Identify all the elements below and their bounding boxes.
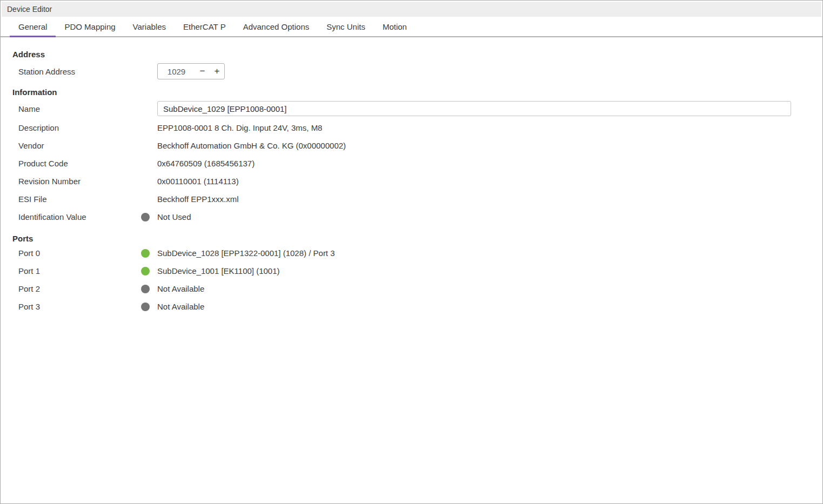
- station-address-row: Station Address − +: [12, 63, 822, 79]
- port-1-label: Port 1: [18, 266, 141, 275]
- device-editor-window: Device Editor General PDO Mapping Variab…: [0, 0, 823, 504]
- port-0-status-dot-icon: [141, 249, 150, 258]
- port-2-row: Port 2 Not Available: [12, 280, 822, 298]
- port-3-row: Port 3 Not Available: [12, 298, 822, 315]
- tab-sync-units[interactable]: Sync Units: [318, 17, 374, 36]
- name-row: Name: [12, 101, 822, 116]
- description-label: Description: [18, 123, 141, 132]
- station-address-input[interactable]: [158, 67, 195, 76]
- port-3-value: Not Available: [157, 302, 204, 311]
- esi-file-value: Beckhoff EPP1xxx.xml: [157, 194, 239, 204]
- window-titlebar: Device Editor: [2, 2, 821, 17]
- window-title: Device Editor: [7, 5, 52, 14]
- name-label: Name: [18, 104, 141, 113]
- description-row: Description EPP1008-0001 8 Ch. Dig. Inpu…: [12, 119, 822, 137]
- description-value: EPP1008-0001 8 Ch. Dig. Input 24V, 3ms, …: [157, 123, 322, 132]
- port-1-status-dot-icon: [141, 267, 150, 275]
- vendor-row: Vendor Beckhoff Automation GmbH & Co. KG…: [12, 137, 822, 154]
- product-code-label: Product Code: [18, 159, 141, 168]
- name-input[interactable]: [157, 101, 791, 116]
- esi-file-label: ESI File: [18, 194, 141, 204]
- revision-number-row: Revision Number 0x00110001 (1114113): [12, 172, 822, 190]
- station-address-label: Station Address: [18, 67, 141, 76]
- esi-file-row: ESI File Beckhoff EPP1xxx.xml: [12, 190, 822, 208]
- identification-value-label: Identification Value: [18, 212, 141, 221]
- identification-value-row: Identification Value Not Used: [12, 208, 822, 226]
- tab-variables[interactable]: Variables: [124, 17, 175, 36]
- ports-section-heading: Ports: [12, 233, 822, 244]
- tab-bar: General PDO Mapping Variables EtherCAT P…: [1, 17, 822, 37]
- tab-pdo-mapping[interactable]: PDO Mapping: [56, 17, 124, 36]
- station-address-increment-button[interactable]: +: [210, 64, 224, 79]
- station-address-stepper: − +: [157, 63, 225, 79]
- address-section-heading: Address: [12, 49, 822, 60]
- revision-number-label: Revision Number: [18, 177, 141, 186]
- port-1-row: Port 1 SubDevice_1001 [EK1100] (1001): [12, 262, 822, 280]
- vendor-value: Beckhoff Automation GmbH & Co. KG (0x000…: [157, 141, 346, 150]
- identification-status-dot-icon: [141, 213, 150, 221]
- port-3-status-dot-icon: [141, 303, 150, 311]
- port-2-status-dot-icon: [141, 285, 150, 293]
- port-2-value: Not Available: [157, 284, 204, 293]
- product-code-row: Product Code 0x64760509 (1685456137): [12, 154, 822, 172]
- information-section-heading: Information: [12, 87, 822, 98]
- revision-number-value: 0x00110001 (1114113): [157, 177, 239, 186]
- tab-general[interactable]: General: [10, 17, 56, 36]
- tab-ethercat-p[interactable]: EtherCAT P: [175, 17, 235, 36]
- general-tab-content: Address Station Address − + Information …: [1, 37, 822, 503]
- vendor-label: Vendor: [18, 141, 141, 150]
- port-0-row: Port 0 SubDevice_1028 [EPP1322-0001] (10…: [12, 244, 822, 262]
- identification-value-text: Not Used: [157, 212, 191, 221]
- tab-advanced-options[interactable]: Advanced Options: [235, 17, 318, 36]
- port-3-label: Port 3: [18, 302, 141, 311]
- station-address-decrement-button[interactable]: −: [195, 64, 210, 79]
- port-2-label: Port 2: [18, 284, 141, 293]
- port-1-value: SubDevice_1001 [EK1100] (1001): [157, 266, 280, 275]
- product-code-value: 0x64760509 (1685456137): [157, 159, 255, 168]
- port-0-value: SubDevice_1028 [EPP1322-0001] (1028) / P…: [157, 248, 335, 258]
- tab-motion[interactable]: Motion: [374, 17, 416, 36]
- port-0-label: Port 0: [18, 248, 141, 258]
